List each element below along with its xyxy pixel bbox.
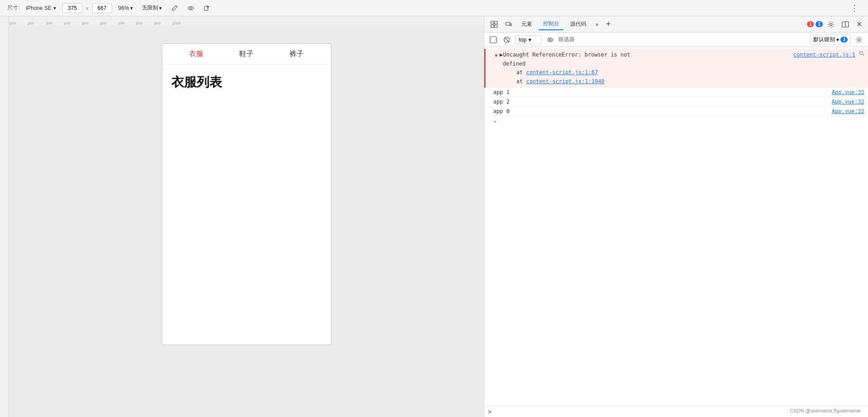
log-link-2[interactable]: App.vue:32 <box>832 108 864 114</box>
block-icon-btn[interactable] <box>488 34 499 45</box>
log-row-2: app 0 App.vue:32 <box>484 107 868 116</box>
log-row-0: app 1 App.vue:32 <box>484 88 868 97</box>
tab-sources-label: 源代码 <box>570 21 586 27</box>
nav-tab-shoes[interactable]: 鞋子 <box>222 49 272 59</box>
ruler-tick: 1000 <box>173 21 191 25</box>
console-error-row: ● ▶Uncaught ReferenceError: browser is n… <box>484 49 868 88</box>
svg-rect-6 <box>495 25 497 28</box>
tab-elements-label: 元素 <box>521 21 532 27</box>
width-input[interactable] <box>62 3 82 13</box>
log-row-1: app 2 App.vue:32 <box>484 97 868 107</box>
level-badge: 3 <box>840 37 848 43</box>
dock-icon <box>842 21 849 28</box>
unlimited-label: 无限制 <box>142 4 158 12</box>
devtools-tab-sources[interactable]: 源代码 <box>566 19 591 30</box>
devtools-subtoolbar: top ▾ 筛选器 默认级别 ▾ 3 <box>484 33 868 47</box>
ruler-row: 100 200 300 400 500 600 700 800 900 1000 <box>0 16 484 25</box>
console-caret-row[interactable]: › <box>484 116 868 127</box>
log-link-0[interactable]: App.vue:32 <box>832 89 864 95</box>
filter-label: 筛选器 <box>558 36 575 43</box>
more-tabs-icon: » <box>595 21 599 28</box>
error-expand-icon[interactable]: ● <box>495 51 498 60</box>
eye-console-icon <box>547 36 554 43</box>
more-tabs-btn[interactable]: » <box>593 19 601 29</box>
dock-side-btn[interactable] <box>839 18 852 31</box>
context-value: top <box>519 37 527 43</box>
inspect-element-btn[interactable] <box>488 18 500 31</box>
devtools-tab-console[interactable]: 控制台 <box>538 18 564 30</box>
device-name: iPhone SE <box>26 5 52 11</box>
ruler-tick: 200 <box>28 21 46 25</box>
vertical-ruler <box>0 25 9 417</box>
console-eye-btn[interactable] <box>545 34 556 45</box>
svg-point-1 <box>190 7 192 9</box>
level-selector[interactable]: 默认级别 ▾ 3 <box>810 34 851 45</box>
content-title: 衣服列表 <box>171 74 322 91</box>
svg-point-9 <box>830 23 832 25</box>
height-input[interactable] <box>92 3 112 13</box>
share-icon-btn[interactable] <box>201 2 213 14</box>
phone-frame: 衣服 鞋子 裤子 衣服列表 <box>162 43 331 345</box>
devtools-tab-elements[interactable]: 元素 <box>517 19 537 30</box>
filter-input[interactable] <box>577 35 807 45</box>
more-options-btn[interactable]: ⋮ <box>848 2 861 14</box>
console-settings-btn[interactable] <box>854 34 864 45</box>
svg-point-15 <box>547 38 553 42</box>
svg-rect-4 <box>495 21 497 24</box>
nav-tab-pants-label: 裤子 <box>289 50 304 57</box>
console-prompt: > <box>488 408 491 415</box>
pencil-icon-btn[interactable] <box>168 2 181 14</box>
svg-point-17 <box>858 38 860 41</box>
device-toggle-btn[interactable] <box>502 18 515 31</box>
ruler-tick: 900 <box>155 21 173 25</box>
ban-icon <box>503 36 510 43</box>
log-text-2: app 0 <box>493 108 509 114</box>
svg-point-18 <box>860 52 863 55</box>
devtools-settings-btn[interactable] <box>825 18 837 31</box>
devtools-console: ● ▶Uncaught ReferenceError: browser is n… <box>484 47 868 406</box>
ban-icon-btn[interactable] <box>501 34 512 45</box>
add-tab-btn[interactable]: + <box>603 19 614 30</box>
svg-rect-3 <box>491 21 494 24</box>
context-selector[interactable]: top ▾ <box>515 35 542 44</box>
ruler-tick: 800 <box>137 21 155 25</box>
ruler-tick: 500 <box>82 21 100 25</box>
svg-point-16 <box>549 39 551 41</box>
at1-text: at <box>516 69 526 76</box>
device-toggle-icon <box>505 21 512 28</box>
phone-content: 衣服列表 <box>162 65 331 100</box>
log-text-0: app 1 <box>493 89 509 95</box>
error-file-link[interactable]: content-script.js:1 <box>793 51 855 59</box>
eye-icon-btn[interactable] <box>184 2 197 14</box>
svg-rect-8 <box>510 24 511 26</box>
device-select[interactable]: iPhone SE ▾ <box>23 4 59 12</box>
nav-tab-clothes[interactable]: 衣服 <box>171 49 222 59</box>
magnifier-icon <box>859 51 864 56</box>
ruler-tick: 300 <box>46 21 64 25</box>
zoom-select[interactable]: 96% ▾ <box>116 4 136 12</box>
level-label: 默认级别 <box>813 36 835 43</box>
zoom-value: 96% <box>118 5 129 11</box>
ruler-tick: 100 <box>10 21 28 25</box>
size-label: 尺寸: <box>7 4 19 12</box>
zoom-chevron-icon: ▾ <box>130 5 133 11</box>
context-chevron-icon: ▾ <box>528 37 531 43</box>
devtools-close-btn[interactable]: ✕ <box>854 19 864 30</box>
error-defined: defined <box>495 60 864 68</box>
preview-area: 100 200 300 400 500 600 700 800 900 1000 <box>0 16 484 417</box>
at2-text: at <box>516 78 526 85</box>
svg-rect-12 <box>490 37 496 43</box>
svg-rect-7 <box>506 22 510 25</box>
at2-link[interactable]: content-script.js:1:1940 <box>526 78 604 85</box>
log-link-1[interactable]: App.vue:32 <box>832 99 864 105</box>
ruler-tick: 400 <box>64 21 82 25</box>
nav-tab-pants[interactable]: 裤子 <box>272 49 322 59</box>
console-gear-icon <box>855 36 863 43</box>
ruler-ticks: 100 200 300 400 500 600 700 800 900 1000 <box>9 16 484 25</box>
unlimited-select[interactable]: 无限制 ▾ <box>139 3 165 13</box>
at1-link[interactable]: content-script.js:1:67 <box>526 69 598 76</box>
watermark: CSDN @username为jusername <box>790 408 861 414</box>
error-badge: 1 <box>807 21 814 27</box>
horizontal-ruler: 100 200 300 400 500 600 700 800 900 1000 <box>9 16 484 25</box>
unlimited-chevron-icon: ▾ <box>159 5 162 11</box>
